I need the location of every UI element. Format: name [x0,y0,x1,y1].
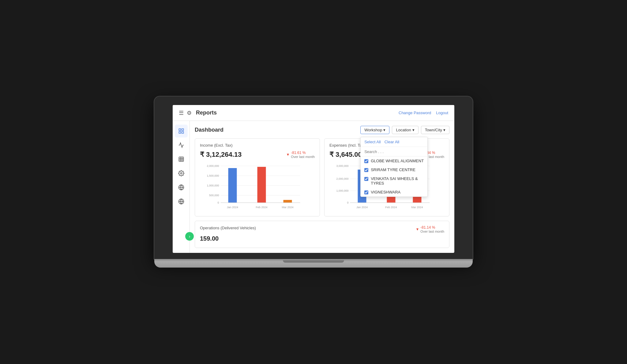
venkata-checkbox[interactable] [364,177,368,181]
sidebar-item-reports[interactable] [175,139,188,152]
topbar-left: ☰ ⚙ Reports [179,110,217,116]
list-item[interactable]: SRIRAM TYRE CENTRE [361,165,427,174]
income-card-title: Income (Excl. Tax) [200,143,315,148]
topbar-right: Change Password Logout [399,111,448,115]
income-change-label: Over last month [291,155,315,159]
dropdown-search-input[interactable] [364,149,424,154]
income-chart: 2,000,000 1,500,000 1,000,000 500,000 0 [200,163,315,212]
list-item[interactable]: VIGNESHWARA [361,188,427,197]
svg-text:0: 0 [217,201,219,204]
town-city-filter-button[interactable]: Town/City ▾ [421,126,449,134]
income-card: Income (Excl. Tax) ₹ 3,12,264.13 ▼ -81.6… [195,138,320,216]
app-title: Reports [196,110,217,116]
laptop-outer: ☰ ⚙ Reports Change Password Logout [154,96,473,268]
chevron-down-icon: ▾ [383,128,385,132]
workshop-filter-container: Workshop ▾ Select All Clear All [360,126,389,134]
income-change-value: -81.61 % [291,151,315,155]
svg-text:1,000,000: 1,000,000 [336,189,348,192]
screen-bezel: ☰ ⚙ Reports Change Password Logout [154,96,473,259]
vigneshwara-label: VIGNESHWARA [371,190,400,194]
laptop-screen: ☰ ⚙ Reports Change Password Logout [173,105,454,253]
svg-rect-1 [182,129,183,131]
hamburger-icon[interactable]: ☰ [179,110,184,116]
vigneshwara-checkbox[interactable] [364,190,368,194]
dropdown-search-area [361,147,427,156]
expenses-amount: ₹ 3,645.00 [329,151,362,159]
location-filter-button[interactable]: Location ▾ [392,126,418,134]
select-all-link[interactable]: Select All [364,140,381,144]
operations-change-label: Over last month [420,230,444,233]
income-amount: ₹ 3,12,264.13 [200,151,242,159]
svg-rect-2 [182,132,183,133]
sriram-checkbox[interactable] [364,168,368,172]
svg-rect-3 [179,132,181,133]
venkata-label: VENKATA SAI WHEELS & TYRES [371,176,424,186]
svg-rect-26 [283,200,292,203]
down-arrow-icon: ▼ [415,227,419,231]
workshop-filter-button[interactable]: Workshop ▾ [360,126,389,134]
svg-rect-0 [179,129,181,131]
svg-text:Feb 2024: Feb 2024 [256,206,267,209]
sidebar-item-tools[interactable] [175,181,188,194]
svg-text:0: 0 [347,201,348,204]
income-change: ▼ -81.61 % Over last month [286,151,315,159]
globe-wheel-checkbox[interactable] [364,159,368,163]
operations-card: Operations (Delivered Vehicles) ▼ -81.14… [195,221,449,248]
logout-link[interactable]: Logout [436,111,448,115]
sidebar: › [173,121,190,253]
main-container: › Dashboard Workshop ▾ [173,121,454,253]
svg-text:3,000,000: 3,000,000 [336,164,348,167]
dropdown-actions: Select All Clear All [361,137,427,147]
operations-change-value: -81.14 % [420,225,444,230]
svg-text:2,000,000: 2,000,000 [207,164,219,167]
svg-rect-4 [179,157,183,162]
list-item[interactable]: GLOBE WHEEL ALIGNMENT [361,156,427,165]
svg-text:Jan 2024: Jan 2024 [227,206,238,209]
clear-all-link[interactable]: Clear All [385,140,399,144]
svg-text:Feb 2024: Feb 2024 [385,206,397,209]
svg-point-9 [180,173,182,174]
svg-text:1,500,000: 1,500,000 [207,174,219,177]
svg-text:500,000: 500,000 [209,194,219,197]
operations-change: ▼ -81.14 % Over last month [415,225,444,233]
income-chart-svg: 2,000,000 1,500,000 1,000,000 500,000 0 [200,163,315,212]
content-area: Dashboard Workshop ▾ [190,121,454,253]
svg-text:2,000,000: 2,000,000 [336,177,348,180]
page-title: Dashboard [195,127,223,133]
sidebar-item-settings[interactable] [175,167,188,180]
chevron-down-icon: ▾ [412,128,415,132]
sidebar-item-grid[interactable] [175,153,188,166]
laptop-base [154,259,473,268]
globe-wheel-label: GLOBE WHEEL ALIGNMENT [371,159,424,163]
change-password-link[interactable]: Change Password [399,111,431,115]
dropdown-items-list: GLOBE WHEEL ALIGNMENT SRIRAM TYRE CENTRE [361,156,427,197]
svg-text:Jan 2024: Jan 2024 [356,206,368,209]
svg-text:Mar 2024: Mar 2024 [411,206,423,209]
sidebar-expand-button[interactable]: › [185,232,194,241]
down-arrow-icon: ▼ [286,152,290,157]
svg-rect-24 [228,168,237,203]
chevron-down-icon: ▾ [443,128,445,132]
operations-card-header: Operations (Delivered Vehicles) ▼ -81.14… [200,225,444,233]
topbar: ☰ ⚙ Reports Change Password Logout [173,105,454,121]
workshop-dropdown-panel: Select All Clear All [360,137,428,197]
svg-text:Mar 2024: Mar 2024 [282,206,293,209]
sidebar-item-globe[interactable] [175,195,188,208]
sidebar-item-dashboard[interactable] [175,125,188,137]
svg-text:1,000,000: 1,000,000 [207,184,219,187]
list-item[interactable]: VENKATA SAI WHEELS & TYRES [361,174,427,188]
operations-card-title: Operations (Delivered Vehicles) [200,226,256,230]
topbar-gear-icon[interactable]: ⚙ [187,110,192,116]
filter-buttons: Workshop ▾ Select All Clear All [360,126,449,134]
page-header: Dashboard Workshop ▾ [195,126,449,134]
sriram-label: SRIRAM TYRE CENTRE [371,167,415,172]
svg-rect-25 [257,167,266,203]
operations-amount: 159.00 [200,235,444,242]
